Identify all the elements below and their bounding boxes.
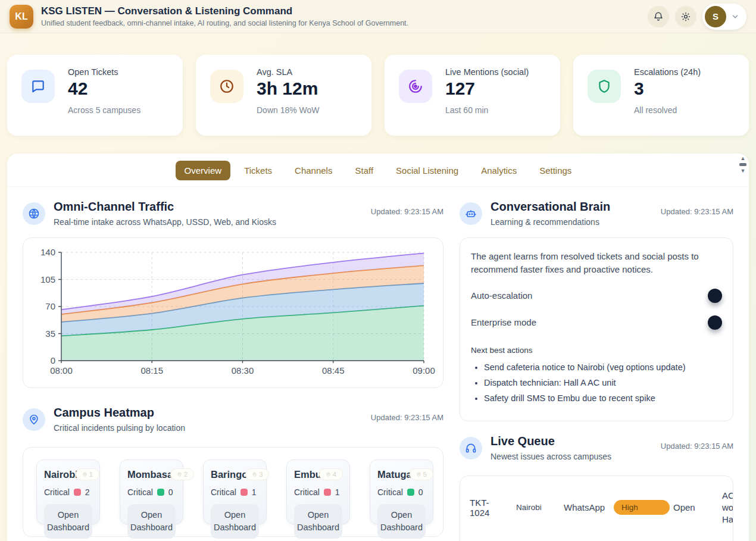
open-dashboard-button[interactable]: Open Dashboard — [44, 504, 92, 539]
tab-social-listening[interactable]: Social Listening — [387, 161, 467, 180]
campus-index-badge: 4 — [319, 468, 343, 480]
brain-section: Conversational Brain Learning & recommen… — [460, 200, 733, 421]
settings-button[interactable] — [675, 6, 696, 27]
chevron-down-icon — [731, 12, 739, 21]
robot-icon — [465, 208, 477, 220]
traffic-title: Omni-Channel Traffic — [54, 200, 371, 214]
vertical-scrollbar[interactable]: ▲ ▼ — [739, 155, 747, 174]
brain-subtitle: Learning & recommendations — [491, 217, 661, 227]
heatmap-title: Campus Heatmap — [54, 406, 371, 420]
tab-staff[interactable]: Staff — [346, 161, 382, 180]
omni-channel-area-chart: 0357010514008:0008:1508:3008:4509:00 — [33, 246, 430, 380]
priority-badge: High — [614, 500, 670, 515]
critical-label: Critical — [44, 487, 70, 497]
action-item: Send cafeteria notice to Nairobi (veg op… — [484, 362, 722, 372]
heatmap-updated: Updated: 9:23:15 AM — [371, 413, 443, 422]
traffic-subtitle: Real-time intake across WhatsApp, USSD, … — [54, 217, 371, 227]
stat-label: Escalations (24h) — [634, 67, 701, 77]
campus-card: Mombasa 2 Critical 0 — [120, 459, 183, 524]
action-item: Dispatch technician: Hall A AC unit — [484, 378, 722, 387]
traffic-section: Omni-Channel Traffic Real-time intake ac… — [23, 200, 443, 388]
tab-settings[interactable]: Settings — [530, 161, 580, 180]
app-logo: KL — [10, 5, 33, 29]
svg-text:0: 0 — [51, 355, 55, 365]
campus-index-badge: 5 — [410, 468, 433, 480]
brain-description: The agent learns from resolved tickets a… — [471, 250, 722, 276]
stat-label: Avg. SLA — [257, 67, 320, 77]
critical-count: 1 — [335, 487, 340, 497]
next-best-actions-list: Send cafeteria notice to Nairobi (veg op… — [484, 362, 722, 403]
scroll-up-arrow[interactable]: ▲ — [741, 155, 746, 161]
main-panel: ▲ ▼ Overview Tickets Channels Staff Soci… — [7, 154, 749, 541]
tab-tickets[interactable]: Tickets — [235, 161, 281, 180]
auto-escalation-toggle[interactable] — [708, 289, 722, 303]
live-queue-card: TKT-1024 Nairobi WhatsApp High Open AC n… — [460, 476, 733, 541]
critical-status-dot — [324, 489, 331, 496]
ticket-channel: WhatsApp — [564, 502, 615, 512]
open-dashboard-button[interactable]: Open Dashboard — [294, 504, 342, 539]
svg-text:35: 35 — [45, 329, 55, 339]
critical-status-dot — [240, 489, 248, 496]
stat-card-escalations: Escalations (24h) 3 All resolved — [573, 55, 749, 136]
critical-label: Critical — [377, 487, 403, 497]
app-header: KL KSG LISTEN — Conversation & Listening… — [0, 0, 756, 33]
enterprise-mode-toggle[interactable] — [708, 315, 722, 330]
gear-icon — [680, 11, 691, 22]
tab-channels[interactable]: Channels — [286, 161, 341, 180]
svg-text:140: 140 — [40, 247, 55, 257]
stat-card-open-tickets: Open Tickets 42 Across 5 campuses — [7, 55, 183, 136]
campus-card: Nairobi 1 Critical 2 — [36, 459, 100, 524]
svg-text:08:45: 08:45 — [322, 365, 345, 376]
campus-index-badge: 1 — [76, 468, 99, 480]
campus-index: 4 — [333, 471, 336, 478]
campus-card: Baringo 3 Critical 1 — [203, 459, 267, 524]
next-best-actions-title: Next best actions — [471, 346, 722, 355]
campus-index: 5 — [423, 471, 427, 478]
action-item: Safety drill SMS to Embu due to recent s… — [484, 393, 722, 403]
stat-value: 3h 12m — [257, 79, 320, 99]
campus-index-badge: 3 — [245, 468, 269, 480]
scroll-down-arrow[interactable]: ▼ — [741, 168, 746, 174]
ticket-row[interactable]: TKT-1024 Nairobi WhatsApp High Open AC n… — [470, 480, 723, 536]
critical-count: 2 — [85, 487, 90, 497]
svg-text:08:00: 08:00 — [50, 365, 73, 376]
tab-overview[interactable]: Overview — [176, 161, 231, 180]
pin-icon — [82, 472, 88, 477]
pin-icon — [326, 472, 331, 477]
open-dashboard-button[interactable]: Open Dashboard — [377, 504, 426, 539]
campus-card: Embu 4 Critical 1 Ope — [286, 459, 350, 524]
critical-label: Critical — [127, 487, 153, 497]
mentions-icon — [408, 79, 423, 94]
critical-status-dot — [157, 489, 164, 496]
chat-icon — [30, 79, 46, 94]
app-subtitle: Unified student feedback, omni-channel i… — [41, 19, 648, 27]
campus-card-strip: Nairobi 1 Critical 2 — [23, 447, 443, 537]
heatmap-subtitle: Critical incidents pulsing by location — [54, 423, 371, 433]
heatmap-section: Campus Heatmap Critical incidents pulsin… — [23, 406, 443, 537]
brain-updated: Updated: 9:23:15 AM — [661, 207, 733, 216]
shield-icon — [596, 79, 612, 94]
ticket-campus: Nairobi — [516, 503, 560, 512]
campus-card: Matuga 5 Critical 0 O — [370, 459, 433, 524]
campus-name: Baringo — [211, 469, 248, 480]
scroll-thumb[interactable] — [739, 163, 746, 166]
ticket-status: Open — [673, 502, 711, 512]
notifications-button[interactable] — [648, 6, 669, 27]
queue-title: Live Queue — [491, 434, 661, 448]
ticket-row[interactable]: TKT-1025 Mombasa USSD Medium In Progress… — [470, 536, 723, 541]
tab-analytics[interactable]: Analytics — [472, 161, 526, 180]
headphones-icon — [465, 442, 477, 454]
queue-subtitle: Newest issues across campuses — [491, 452, 661, 461]
critical-status-dot — [74, 489, 81, 496]
open-dashboard-button[interactable]: Open Dashboard — [211, 504, 259, 539]
user-menu[interactable]: S — [702, 4, 746, 30]
open-dashboard-button[interactable]: Open Dashboard — [127, 504, 176, 539]
app-title: KSG LISTEN — Conversation & Listening Co… — [41, 5, 648, 17]
avatar: S — [705, 6, 726, 27]
stat-sub: Last 60 min — [445, 105, 529, 115]
svg-text:105: 105 — [40, 274, 55, 284]
campus-name: Matuga — [377, 469, 412, 480]
critical-label: Critical — [211, 487, 236, 497]
svg-text:08:15: 08:15 — [140, 365, 163, 376]
campus-name: Nairobi — [44, 469, 78, 480]
